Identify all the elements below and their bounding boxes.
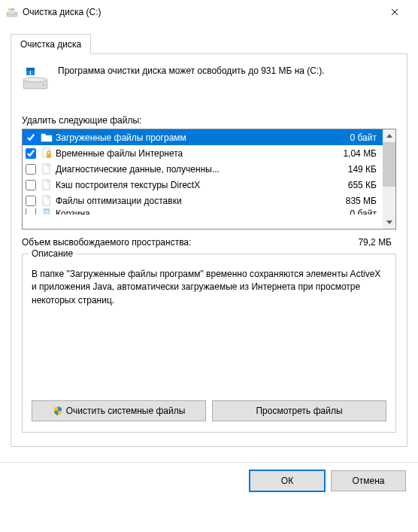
- tab-panel: Программа очистки диска может освободить…: [11, 53, 407, 447]
- dialog-buttons: ОК Отмена: [0, 462, 418, 499]
- file-size: 0 байт: [350, 132, 380, 143]
- files-label: Удалить следующие файлы:: [22, 115, 396, 126]
- view-files-button[interactable]: Просмотреть файлы: [212, 400, 386, 421]
- header-text: Программа очистки диска может освободить…: [58, 65, 325, 78]
- file-checkbox[interactable]: [26, 208, 36, 214]
- file-size: 0 байт: [350, 208, 380, 214]
- file-checkbox[interactable]: [26, 148, 36, 159]
- file-row[interactable]: Кэш построителя текстуры DirectX655 КБ: [23, 177, 383, 193]
- file-checkbox[interactable]: [26, 164, 36, 175]
- scroll-down-icon[interactable]: [383, 216, 395, 229]
- total-row: Объем высвобождаемого пространства: 79,2…: [22, 237, 396, 248]
- file-size: 835 МБ: [346, 196, 380, 206]
- svg-rect-10: [47, 154, 51, 158]
- file-row[interactable]: Временные файлы Интернета1,04 МБ: [23, 145, 383, 161]
- svg-rect-8: [26, 68, 35, 71]
- window-body: Очистка диска Программа очистки диска мо…: [0, 24, 418, 454]
- scroll-thumb[interactable]: [383, 142, 395, 187]
- shield-icon: [53, 406, 63, 416]
- file-size: 1,04 МБ: [343, 148, 380, 159]
- svg-rect-14: [44, 208, 49, 209]
- close-button[interactable]: [377, 1, 412, 23]
- svg-rect-13: [43, 196, 50, 205]
- file-row[interactable]: Корзина0 байт: [23, 208, 383, 214]
- file-icon: [41, 195, 53, 207]
- svg-rect-11: [43, 164, 50, 174]
- file-checkbox[interactable]: [26, 196, 36, 206]
- file-row[interactable]: Загруженные файлы программ0 байт: [23, 129, 383, 145]
- file-checkbox[interactable]: [26, 132, 36, 143]
- total-label: Объем высвобождаемого пространства:: [22, 237, 191, 248]
- file-name: Загруженные файлы программ: [56, 132, 347, 143]
- tab-disk-cleanup[interactable]: Очистка диска: [11, 34, 91, 54]
- file-lock-icon: [41, 147, 53, 160]
- file-icon: [41, 163, 53, 175]
- total-value: 79,2 МБ: [358, 237, 392, 248]
- file-size: 149 КБ: [348, 164, 380, 175]
- file-name: Временные файлы Интернета: [56, 148, 340, 159]
- file-name: Файлы оптимизации доставки: [56, 196, 343, 206]
- disk-large-icon: [22, 65, 49, 94]
- svg-rect-2: [11, 8, 14, 11]
- file-row[interactable]: Диагностические данные, полученны...149 …: [23, 161, 383, 177]
- folder-icon: [41, 132, 53, 144]
- window-title: Очистка диска (C:): [23, 7, 377, 17]
- titlebar: Очистка диска (C:): [0, 0, 418, 24]
- file-checkbox[interactable]: [26, 180, 36, 190]
- recycle-icon: [41, 208, 53, 214]
- file-name: Кэш построителя текстуры DirectX: [56, 180, 345, 190]
- description-box: Описание В папке "Загруженные файлы прог…: [22, 254, 396, 433]
- description-text: В папке "Загруженные файлы программ" вре…: [32, 268, 386, 400]
- ok-button[interactable]: ОК: [250, 470, 325, 491]
- scrollbar[interactable]: [383, 129, 395, 229]
- file-size: 655 КБ: [348, 180, 380, 190]
- svg-point-5: [43, 84, 44, 86]
- cancel-button[interactable]: Отмена: [331, 470, 406, 491]
- file-row[interactable]: Файлы оптимизации доставки835 МБ: [23, 193, 383, 208]
- svg-point-4: [23, 78, 47, 82]
- clean-system-files-button[interactable]: Очистить системные файлы: [32, 400, 206, 421]
- svg-point-1: [7, 12, 17, 14]
- disk-cleanup-icon: [6, 6, 18, 18]
- file-icon: [41, 179, 53, 191]
- file-list: Загруженные файлы программ0 байтВременны…: [22, 129, 396, 230]
- description-legend: Описание: [29, 248, 76, 259]
- scroll-up-icon[interactable]: [383, 129, 395, 142]
- file-name: Диагностические данные, полученны...: [56, 164, 345, 175]
- file-name: Корзина: [56, 208, 347, 214]
- svg-rect-12: [43, 180, 50, 190]
